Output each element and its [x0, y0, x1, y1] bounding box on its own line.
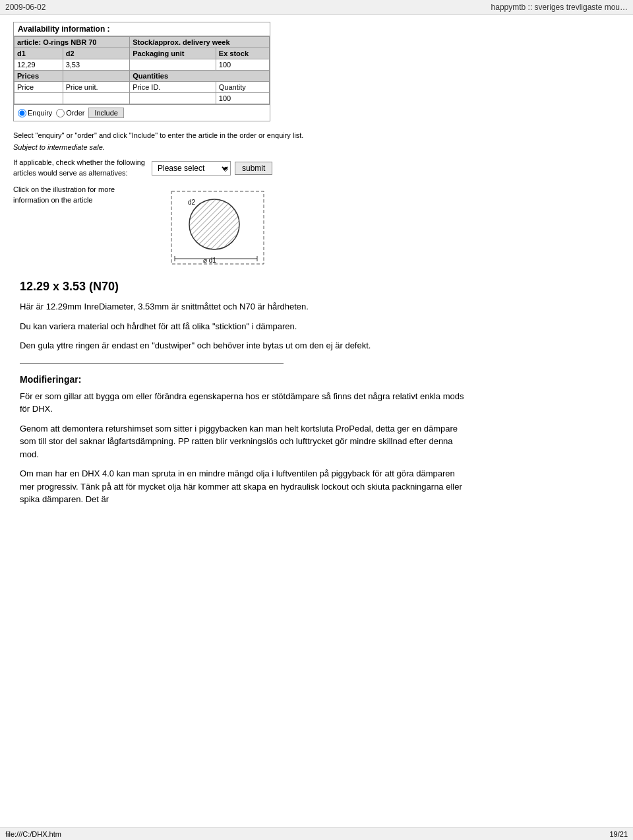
subject-text: Subject to intermediate sale. — [13, 143, 620, 151]
table-row: 12,29 3,53 100 — [15, 59, 270, 71]
date-label: 2009-06-02 — [5, 3, 45, 12]
article-title: 12.29 x 3.53 (N70) — [20, 280, 468, 294]
col-price-id: Price ID. — [130, 82, 216, 93]
please-select-wrapper: Please select submit — [152, 161, 272, 176]
col-empty — [63, 71, 130, 82]
page-title: happymtb :: sveriges trevligaste mou… — [491, 3, 628, 12]
bottom-url: file:///C:/DHX.htm — [5, 830, 61, 838]
availability-title: Availability information : — [14, 22, 270, 36]
val-price-id — [130, 93, 216, 104]
select-wrapper: Please select — [152, 161, 231, 176]
article-subtitle: Modifieringar: — [20, 374, 468, 385]
availability-section: Availability information : article: O-ri… — [13, 22, 270, 121]
illustration-section: Click on the illustration for more infor… — [13, 185, 620, 271]
val-d1: 12,29 — [15, 59, 63, 71]
order-radio-label[interactable]: Order — [56, 109, 84, 117]
alternatives-section: If applicable, check whether the followi… — [13, 158, 620, 178]
article-para5: Genom att demontera returshimset som sit… — [20, 422, 468, 461]
prices-values-row: 100 — [15, 93, 270, 104]
svg-text:d2: d2 — [188, 199, 196, 206]
article-divider — [20, 363, 284, 364]
article-para3: Den gula yttre ringen är endast en "dust… — [20, 339, 468, 352]
col-prices: Prices — [15, 71, 63, 82]
val-packaging — [130, 59, 216, 71]
article-para4: För er som gillar att bygga om eller för… — [20, 390, 468, 416]
bottom-page: 19/21 — [609, 830, 628, 838]
alternatives-text: If applicable, check whether the followi… — [13, 158, 145, 178]
enquiry-row: Enquiry Order Include — [14, 104, 270, 121]
col-packaging: Packaging unit — [130, 48, 216, 59]
enquiry-radio-label[interactable]: Enquiry — [18, 109, 52, 117]
svg-text:⌀ d1: ⌀ d1 — [203, 257, 216, 264]
col-quantities: Quantities — [130, 71, 270, 82]
top-bar: 2009-06-02 happymtb :: sveriges trevliga… — [0, 0, 633, 15]
order-radio[interactable] — [56, 109, 65, 117]
col-price: Price — [15, 82, 63, 93]
val-exstock: 100 — [216, 59, 269, 71]
enquiry-label: Enquiry — [28, 109, 52, 117]
article-para2: Du kan variera material och hårdhet för … — [20, 320, 468, 333]
illustration-text: Click on the illustration for more infor… — [13, 185, 145, 205]
prices-header-row: Prices Quantities — [15, 71, 270, 82]
val-price — [15, 93, 63, 104]
article-content: 12.29 x 3.53 (N70) Här är 12.29mm InreDi… — [13, 280, 475, 506]
article-para6: Om man har en DHX 4.0 kan man spruta in … — [20, 467, 468, 506]
val-quantity: 100 — [216, 93, 269, 104]
oring-illustration[interactable]: d2 ⌀ d1 — [152, 185, 284, 271]
info-text: Select "enquiry" or "order" and click "I… — [13, 131, 620, 141]
col-article: article: O-rings NBR 70 — [15, 37, 130, 48]
col-exstock: Ex stock — [216, 48, 269, 59]
enquiry-radio[interactable] — [18, 109, 26, 117]
col-stock-header: Stock/approx. delivery week — [130, 37, 270, 48]
main-content: Availability information : article: O-ri… — [0, 15, 633, 519]
order-label: Order — [66, 109, 84, 117]
article-para1: Här är 12.29mm InreDiameter, 3.53mm är s… — [20, 300, 468, 313]
val-price-unit — [63, 93, 130, 104]
availability-table: article: O-rings NBR 70 Stock/approx. de… — [14, 36, 270, 104]
col-price-unit: Price unit. — [63, 82, 130, 93]
col-d1: d1 — [15, 48, 63, 59]
oring-svg: d2 ⌀ d1 — [152, 185, 284, 271]
include-button[interactable]: Include — [88, 108, 123, 118]
please-select-dropdown[interactable]: Please select — [152, 161, 231, 176]
submit-button[interactable]: submit — [235, 162, 272, 175]
prices-subheader-row: Price Price unit. Price ID. Quantity — [15, 82, 270, 93]
col-d2: d2 — [63, 48, 130, 59]
svg-point-1 — [189, 199, 239, 249]
val-d2: 3,53 — [63, 59, 130, 71]
bottom-bar: file:///C:/DHX.htm 19/21 — [0, 827, 633, 840]
col-quantity: Quantity — [216, 82, 269, 93]
